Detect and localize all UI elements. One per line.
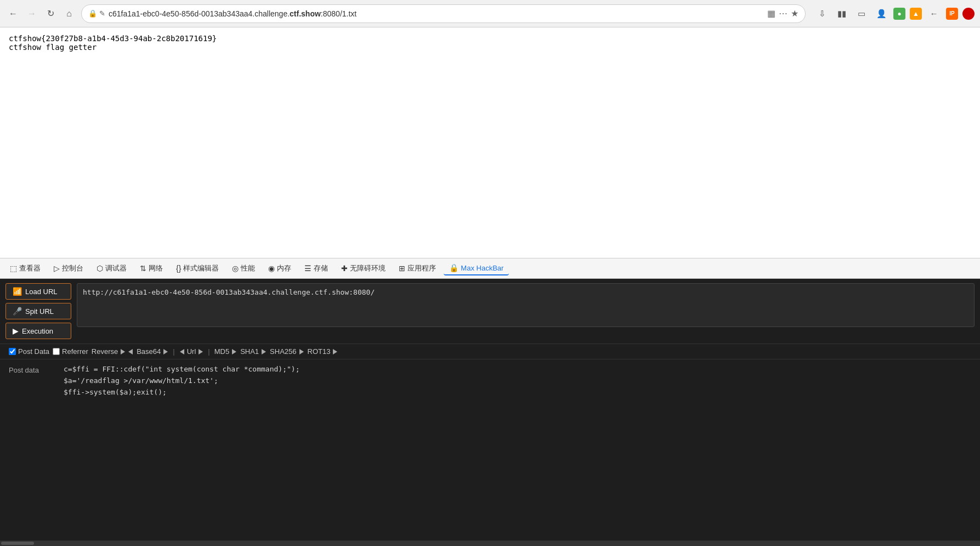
debugger-icon: ⬡ [97,264,103,273]
edit-icon: ✎ [99,9,105,18]
hackbar-postdata-section: Post data c=$ffi = FFI::cdef("int system… [0,359,980,541]
ext-arrow-icon[interactable]: ← [926,6,942,21]
rot13-item[interactable]: ROT13 [308,347,338,356]
post-data-checkbox[interactable] [9,348,16,355]
url-label: Url [187,347,196,356]
page-line1: ctfshow{230f27b8-a1b4-45d3-94ab-2c8b2017… [9,34,971,43]
console-icon: ▷ [54,264,60,273]
address-bar[interactable]: 🔒 ✎ c61fa1a1-ebc0-4e50-856d-0013ab343aa4… [81,4,806,23]
devtools-tab-style[interactable]: {} 样式编辑器 [171,261,224,275]
base64-arrow [163,349,168,354]
download-icon[interactable]: ⇩ [814,6,830,21]
ext-green-icon[interactable]: ● [893,8,905,20]
address-url-text[interactable]: c61fa1a1-ebc0-4e50-856d-0013ab343aa4.cha… [109,9,764,18]
red-dot-icon[interactable] [962,8,975,20]
style-label: 样式编辑器 [183,263,219,273]
reverse-label: Reverse [92,347,118,356]
network-label: 网络 [149,263,163,273]
devtools-tab-storage[interactable]: ☰ 存储 [299,261,333,275]
postdata-line3: $ffi->system($a);exit(); [64,387,299,398]
base64-item[interactable]: Base64 [137,347,168,356]
devtools-bar: ⬚ 查看器 ▷ 控制台 ⬡ 调试器 ⇅ 网络 {} 样式编辑器 ◎ 性能 ◉ 内… [0,258,980,279]
md5-item[interactable]: MD5 [214,347,237,356]
separator2: | [208,347,209,356]
qr-icon[interactable]: ▦ [767,8,775,19]
ext-orange-icon[interactable]: ▲ [910,8,922,20]
load-url-button[interactable]: 📶 Load URL [5,283,71,300]
hackbar-tab-label: Max HackBar [461,264,503,272]
network-icon: ⇅ [140,264,146,273]
sha1-item[interactable]: SHA1 [240,347,267,356]
load-url-icon: 📶 [13,287,22,296]
back-button[interactable]: ← [5,6,21,21]
hackbar-toolbar: Post Data Referrer Reverse Base64 | Url … [0,344,980,359]
tab-icon[interactable]: ▭ [854,6,869,21]
sidebar-icon[interactable]: ▮▮ [834,6,849,21]
post-data-checkbox-label[interactable]: Post Data [9,347,49,356]
base64-label: Base64 [137,347,161,356]
home-button[interactable]: ⌂ [61,6,77,21]
bookmark-icon[interactable]: ★ [791,8,798,19]
debugger-label: 调试器 [105,263,127,273]
referrer-checkbox-label[interactable]: Referrer [53,347,88,356]
hackbar-url-input[interactable]: http://c61fa1a1-ebc0-4e50-856d-0013ab343… [77,283,975,327]
hackbar-buttons: 📶 Load URL 🎤 Spit URL ▶ Execution [5,283,71,339]
devtools-tab-network[interactable]: ⇅ 网络 [134,261,168,275]
devtools-tab-console[interactable]: ▷ 控制台 [48,261,89,275]
page-line2: ctfshow flag getter [9,43,971,52]
referrer-checkbox[interactable] [53,348,60,355]
sha256-arrow [299,349,304,354]
performance-icon: ◎ [232,264,239,273]
sha256-item[interactable]: SHA256 [270,347,304,356]
post-data-label: Post Data [18,347,49,356]
md5-arrow [232,349,236,354]
postdata-content[interactable]: c=$ffi = FFI::cdef("int system(const cha… [64,364,299,536]
url-arrow-right [199,349,203,354]
url-arrow-left [180,349,184,354]
spit-url-button[interactable]: 🎤 Spit URL [5,303,71,319]
domain-bold: ctf.show [290,9,321,18]
spit-url-label: Spit URL [25,307,54,316]
rot13-arrow [333,349,337,354]
style-icon: {} [176,264,181,273]
inspector-label: 查看器 [19,263,41,273]
nav-buttons: ← → ↻ ⌂ [5,6,77,21]
memory-icon: ◉ [268,264,275,273]
hackbar-tab-icon: 🔒 [449,263,458,272]
application-icon: ⊞ [399,264,405,273]
storage-label: 存储 [314,263,328,273]
more-icon[interactable]: ⋯ [779,8,788,19]
devtools-tab-accessibility[interactable]: ✚ 无障碍环境 [336,261,391,275]
hackbar-scrollbar[interactable] [0,541,980,546]
storage-icon: ☰ [304,264,311,273]
devtools-tab-debugger[interactable]: ⬡ 调试器 [91,261,132,275]
reverse-item[interactable]: Reverse [92,347,133,356]
postdata-label: Post data [9,364,53,536]
memory-label: 内存 [277,263,291,273]
inspector-icon: ⬚ [10,264,17,273]
security-icon: 🔒 [88,9,97,18]
devtools-tab-memory[interactable]: ◉ 内存 [263,261,297,275]
hackbar-scrollbar-thumb[interactable] [1,542,34,545]
reload-button[interactable]: ↻ [43,6,58,21]
devtools-tab-application[interactable]: ⊞ 应用程序 [393,261,441,275]
sha1-arrow [262,349,266,354]
execution-icon: ▶ [13,327,19,335]
referrer-label: Referrer [62,347,88,356]
application-label: 应用程序 [407,263,436,273]
execution-button[interactable]: ▶ Execution [5,323,71,339]
page-content: ctfshow{230f27b8-a1b4-45d3-94ab-2c8b2017… [0,27,980,258]
hackbar-url-text: http://c61fa1a1-ebc0-4e50-856d-0013ab343… [83,288,375,296]
devtools-tab-inspector[interactable]: ⬚ 查看器 [4,261,46,275]
console-label: 控制台 [62,263,83,273]
sha1-label: SHA1 [240,347,259,356]
forward-button[interactable]: → [24,6,39,21]
account-icon[interactable]: 👤 [874,6,889,21]
url-decode-item[interactable]: Url [179,347,204,356]
browser-toolbar: ← → ↻ ⌂ 🔒 ✎ c61fa1a1-ebc0-4e50-856d-0013… [0,0,980,27]
devtools-tab-performance[interactable]: ◎ 性能 [226,261,260,275]
reverse-arrow-right [121,349,125,354]
ip-ext-icon[interactable]: IP [946,8,958,20]
address-bar-icons: 🔒 ✎ [88,9,105,18]
devtools-tab-hackbar[interactable]: 🔒 Max HackBar [444,261,509,275]
